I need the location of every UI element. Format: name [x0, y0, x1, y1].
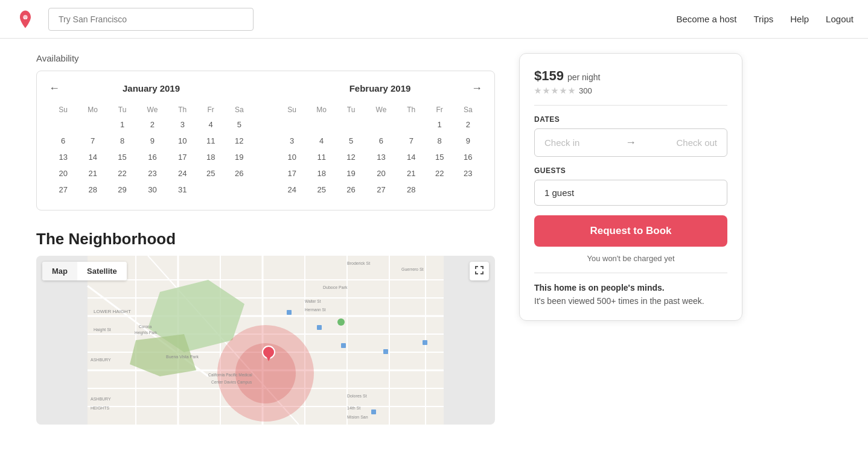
list-item [278, 116, 306, 133]
list-item[interactable]: 1 [108, 116, 136, 133]
list-item[interactable]: 18 [197, 149, 225, 165]
list-item[interactable]: 23 [454, 165, 482, 182]
prev-month-button[interactable]: ← [49, 82, 60, 95]
list-item[interactable]: 20 [365, 165, 397, 182]
nav-links: Become a host Trips Help Logout [676, 14, 854, 24]
table-row: 3456789 [278, 133, 482, 149]
star-4 [560, 87, 567, 95]
logo[interactable] [14, 8, 36, 30]
svg-text:ASHBURY: ASHBURY [91, 397, 111, 401]
svg-rect-1 [475, 266, 476, 269]
calendar-feb-title: February 2019 [349, 83, 411, 93]
list-item[interactable]: 21 [397, 165, 426, 182]
list-item[interactable]: 17 [168, 149, 197, 165]
list-item[interactable]: 14 [77, 149, 108, 165]
list-item[interactable]: 30 [136, 182, 168, 198]
calendar-jan-grid: Su Mo Tu We Th Fr Sa 1234567891011121314… [49, 103, 254, 198]
list-item[interactable]: 13 [49, 149, 77, 165]
list-item[interactable]: 11 [306, 149, 337, 165]
book-button[interactable]: Request to Book [534, 215, 727, 247]
list-item[interactable]: 16 [454, 149, 482, 165]
list-item[interactable]: 27 [49, 182, 77, 198]
list-item[interactable]: 9 [454, 133, 482, 149]
list-item[interactable]: 24 [278, 182, 306, 198]
list-item[interactable]: 21 [77, 165, 108, 182]
dates-input-row[interactable]: Check in → Check out [534, 128, 727, 157]
booking-card: $159 per night 300 Dates Check in → [519, 53, 742, 321]
list-item[interactable]: 17 [278, 165, 306, 182]
map-button[interactable]: Map [42, 262, 77, 280]
list-item[interactable]: 24 [168, 165, 197, 182]
star-1 [534, 87, 541, 95]
list-item[interactable]: 13 [365, 149, 397, 165]
list-item[interactable]: 4 [197, 116, 225, 133]
list-item[interactable]: 10 [168, 133, 197, 149]
list-item[interactable]: 7 [397, 133, 426, 149]
satellite-button[interactable]: Satellite [77, 262, 127, 280]
list-item[interactable]: 8 [426, 133, 454, 149]
list-item[interactable]: 2 [136, 116, 168, 133]
main-content: Availability ← January 2019 Su Mo Tu We [0, 39, 868, 425]
no-charge-text: You won't be charged yet [534, 254, 727, 263]
list-item[interactable]: 6 [365, 133, 397, 149]
list-item[interactable]: 25 [306, 182, 337, 198]
list-item[interactable]: 25 [197, 165, 225, 182]
left-panel: Availability ← January 2019 Su Mo Tu We [36, 39, 519, 425]
list-item[interactable]: 20 [49, 165, 77, 182]
svg-rect-50 [317, 325, 322, 330]
table-row: 13141516171819 [49, 149, 254, 165]
list-item[interactable]: 14 [397, 149, 426, 165]
list-item[interactable]: 19 [337, 165, 365, 182]
list-item [77, 116, 108, 133]
list-item[interactable]: 26 [337, 182, 365, 198]
svg-text:LOWER HAIGHT: LOWER HAIGHT [94, 309, 131, 314]
list-item[interactable]: 8 [108, 133, 136, 149]
list-item[interactable]: 22 [426, 165, 454, 182]
list-item[interactable]: 3 [168, 116, 197, 133]
search-bar[interactable] [48, 8, 254, 31]
search-input[interactable] [48, 8, 254, 31]
become-host-link[interactable]: Become a host [676, 14, 736, 24]
list-item[interactable]: 18 [306, 165, 337, 182]
list-item[interactable]: 5 [225, 116, 254, 133]
svg-point-56 [337, 318, 345, 326]
list-item[interactable]: 31 [168, 182, 197, 198]
list-item [365, 116, 397, 133]
list-item[interactable]: 23 [136, 165, 168, 182]
list-item[interactable]: 19 [225, 149, 254, 165]
list-item[interactable]: 7 [77, 133, 108, 149]
list-item[interactable]: 9 [136, 133, 168, 149]
list-item[interactable]: 15 [108, 149, 136, 165]
list-item[interactable]: 22 [108, 165, 136, 182]
list-item[interactable]: 16 [136, 149, 168, 165]
list-item[interactable]: 6 [49, 133, 77, 149]
map-svg: LOWER HAIGHT Maonic Ave Broderick St Hai… [36, 256, 495, 425]
list-item[interactable]: 10 [278, 149, 306, 165]
list-item[interactable]: 11 [197, 133, 225, 149]
list-item[interactable]: 29 [108, 182, 136, 198]
calendar-feb-body: 1234567891011121314151617181920212223242… [278, 116, 482, 198]
list-item[interactable]: 28 [77, 182, 108, 198]
list-item[interactable]: 5 [337, 133, 365, 149]
divider-1 [534, 105, 727, 106]
list-item[interactable]: 2 [454, 116, 482, 133]
list-item[interactable]: 1 [426, 116, 454, 133]
header: Become a host Trips Help Logout [0, 0, 868, 39]
logout-link[interactable]: Logout [826, 14, 854, 24]
guests-input[interactable]: 1 guest [534, 180, 727, 206]
map-expand-button[interactable] [470, 262, 489, 280]
list-item[interactable]: 27 [365, 182, 397, 198]
svg-rect-3 [482, 266, 483, 269]
list-item[interactable]: 15 [426, 149, 454, 165]
help-link[interactable]: Help [790, 14, 809, 24]
guests-value: 1 guest [544, 188, 574, 198]
table-row: 2728293031 [49, 182, 254, 198]
next-month-button[interactable]: → [471, 82, 482, 95]
trips-link[interactable]: Trips [753, 14, 773, 24]
list-item[interactable]: 28 [397, 182, 426, 198]
list-item[interactable]: 12 [337, 149, 365, 165]
list-item[interactable]: 4 [306, 133, 337, 149]
list-item[interactable]: 3 [278, 133, 306, 149]
list-item[interactable]: 12 [225, 133, 254, 149]
list-item[interactable]: 26 [225, 165, 254, 182]
